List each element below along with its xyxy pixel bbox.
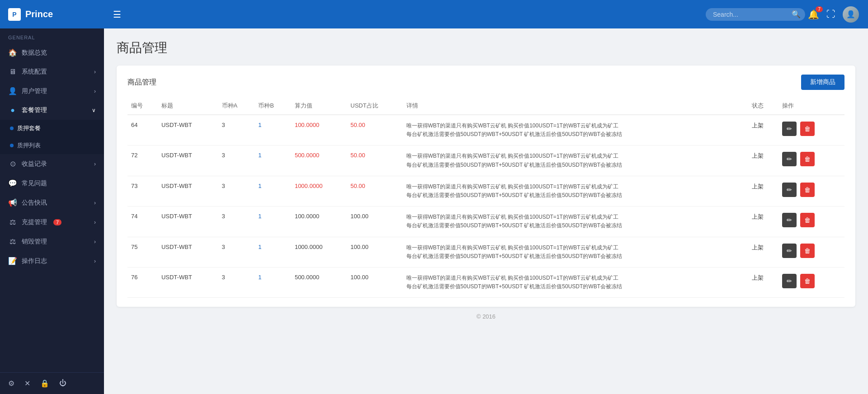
- col-status: 状态: [748, 97, 778, 115]
- tools-icon[interactable]: ✕: [24, 379, 30, 388]
- power-icon[interactable]: ⏻: [59, 379, 66, 388]
- col-hashrate: 算力值: [291, 97, 347, 115]
- edit-button[interactable]: ✏: [782, 213, 797, 227]
- cell-id: 74: [127, 206, 158, 237]
- arrow-icon-4: ›: [94, 161, 96, 167]
- sidebar-item-withdraw-manage[interactable]: ⚖ 充提管理 7 ›: [0, 212, 104, 232]
- cell-id: 76: [127, 267, 158, 297]
- cell-status: 上架: [748, 206, 778, 237]
- table-row: 74 USDT-WBT 3 1 100.0000 100.00 唯一获得WBT的…: [127, 206, 844, 237]
- sidebar-item-user-manage[interactable]: 👤 用户管理 ›: [0, 81, 104, 101]
- cell-hashrate: 100.0000: [291, 206, 347, 237]
- arrow-icon-7: ›: [94, 239, 96, 245]
- cell-title: USDT-WBT: [158, 176, 218, 206]
- sidebar-item-system-config[interactable]: 🖥 系统配置 ›: [0, 62, 104, 81]
- menu-toggle-icon[interactable]: ☰: [113, 9, 121, 20]
- main-area: ☰ 🔍 🔔 7 ⛶ 👤 商品管理 商品管理 新增商品 编号 标题: [104, 0, 868, 394]
- cell-coin-a: 3: [218, 145, 255, 176]
- cell-actions: ✏ 🗑: [778, 206, 844, 237]
- sidebar-label-system-config: 系统配置: [22, 68, 47, 76]
- sidebar-item-operation-log[interactable]: 📝 操作日志 ›: [0, 251, 104, 271]
- settings-icon[interactable]: ⚙: [8, 379, 14, 388]
- topbar: ☰ 🔍 🔔 7 ⛶ 👤: [104, 0, 868, 28]
- col-detail: 详情: [403, 97, 749, 115]
- cell-coin-a: 3: [218, 237, 255, 267]
- arrow-icon-6: ›: [94, 219, 96, 225]
- notification-icon[interactable]: 🔔 7: [808, 9, 819, 20]
- sidebar-subitem-pledge-list[interactable]: 质押列表: [0, 137, 104, 154]
- cell-hashrate: 1000.0000: [291, 237, 347, 267]
- footer: © 2016: [117, 307, 855, 326]
- delete-button[interactable]: 🗑: [800, 122, 815, 136]
- sidebar-label-dashboard: 数据总览: [22, 49, 47, 57]
- sidebar-section-label: GENERAL: [0, 28, 104, 43]
- sidebar-label-faq: 常见问题: [22, 179, 47, 188]
- cell-status: 上架: [748, 145, 778, 176]
- table-row: 76 USDT-WBT 3 1 500.0000 100.00 唯一获得WBT的…: [127, 267, 844, 297]
- edit-button[interactable]: ✏: [782, 183, 797, 197]
- announcement-icon: 📢: [8, 198, 17, 207]
- fullscreen-icon[interactable]: ⛶: [826, 9, 835, 19]
- delete-button[interactable]: 🗑: [800, 274, 815, 288]
- sidebar-item-package-manage[interactable]: ● 套餐管理 ∨: [0, 101, 104, 120]
- sidebar-item-dashboard[interactable]: 🏠 数据总览: [0, 43, 104, 62]
- cell-coin-a: 3: [218, 206, 255, 237]
- chat-icon: 💬: [8, 179, 17, 188]
- cell-usdt-ratio: 50.00: [347, 115, 402, 145]
- cell-detail: 唯一获得WBT的渠道只有购买WBT云矿机 购买价值100USDT=1T的WBT云…: [403, 237, 749, 267]
- search-input[interactable]: [706, 8, 805, 21]
- edit-button[interactable]: ✏: [782, 274, 797, 288]
- cell-title: USDT-WBT: [158, 145, 218, 176]
- col-id: 编号: [127, 97, 158, 115]
- table-row: 64 USDT-WBT 3 1 100.0000 50.00 唯一获得WBT的渠…: [127, 115, 844, 145]
- table-row: 72 USDT-WBT 3 1 500.0000 50.00 唯一获得WBT的渠…: [127, 145, 844, 176]
- sidebar-item-announcement[interactable]: 📢 公告快讯 ›: [0, 193, 104, 212]
- arrow-icon-8: ›: [94, 258, 96, 264]
- delete-button[interactable]: 🗑: [800, 213, 815, 227]
- cell-hashrate: 1000.0000: [291, 176, 347, 206]
- col-usdt-ratio: USDT占比: [347, 97, 402, 115]
- cancel-icon: ⚖: [8, 237, 17, 246]
- cell-coin-b: 1: [255, 115, 291, 145]
- add-product-button[interactable]: 新增商品: [801, 75, 844, 90]
- delete-button[interactable]: 🗑: [800, 183, 815, 197]
- cell-coin-b: 1: [255, 206, 291, 237]
- delete-button[interactable]: 🗑: [800, 244, 815, 258]
- cell-id: 75: [127, 237, 158, 267]
- avatar[interactable]: 👤: [843, 6, 859, 23]
- sidebar-subitem-pledge-package[interactable]: 质押套餐: [0, 120, 104, 137]
- sidebar-bottom: ⚙ ✕ 🔒 ⏻: [0, 372, 104, 394]
- edit-button[interactable]: ✏: [782, 152, 797, 166]
- cell-usdt-ratio: 50.00: [347, 176, 402, 206]
- cell-coin-a: 3: [218, 115, 255, 145]
- camera-icon: ⊙: [8, 159, 17, 168]
- cell-status: 上架: [748, 176, 778, 206]
- arrow-icon-2: ›: [94, 88, 96, 94]
- cell-coin-a: 3: [218, 176, 255, 206]
- cell-id: 73: [127, 176, 158, 206]
- col-action: 操作: [778, 97, 844, 115]
- sidebar-label-income-record: 收益记录: [22, 160, 47, 168]
- cell-coin-b: 1: [255, 176, 291, 206]
- col-title: 标题: [158, 97, 218, 115]
- cell-actions: ✏ 🗑: [778, 176, 844, 206]
- sidebar-item-income-record[interactable]: ⊙ 收益记录 ›: [0, 154, 104, 174]
- search-button[interactable]: 🔍: [792, 10, 801, 19]
- delete-button[interactable]: 🗑: [800, 152, 815, 166]
- pledge-package-label: 质押套餐: [17, 124, 41, 132]
- sidebar-item-faq[interactable]: 💬 常见问题: [0, 174, 104, 193]
- cell-detail: 唯一获得WBT的渠道只有购买WBT云矿机 购买价值100USDT=1T的WBT云…: [403, 176, 749, 206]
- footer-text: © 2016: [476, 313, 495, 320]
- arrow-icon-3: ∨: [92, 107, 96, 113]
- cell-title: USDT-WBT: [158, 237, 218, 267]
- edit-button[interactable]: ✏: [782, 122, 797, 136]
- sidebar-label-user-manage: 用户管理: [22, 87, 47, 95]
- arrow-icon: ›: [94, 69, 96, 75]
- col-coin-a: 币种A: [218, 97, 255, 115]
- product-table: 编号 标题 币种A 币种B 算力值 USDT占比 详情 状态 操作 64 USD…: [127, 97, 844, 298]
- edit-button[interactable]: ✏: [782, 244, 797, 258]
- sidebar-item-cancel-manage[interactable]: ⚖ 销毁管理 ›: [0, 232, 104, 251]
- package-icon: ●: [8, 106, 17, 114]
- lock-icon[interactable]: 🔒: [40, 379, 49, 388]
- col-coin-b: 币种B: [255, 97, 291, 115]
